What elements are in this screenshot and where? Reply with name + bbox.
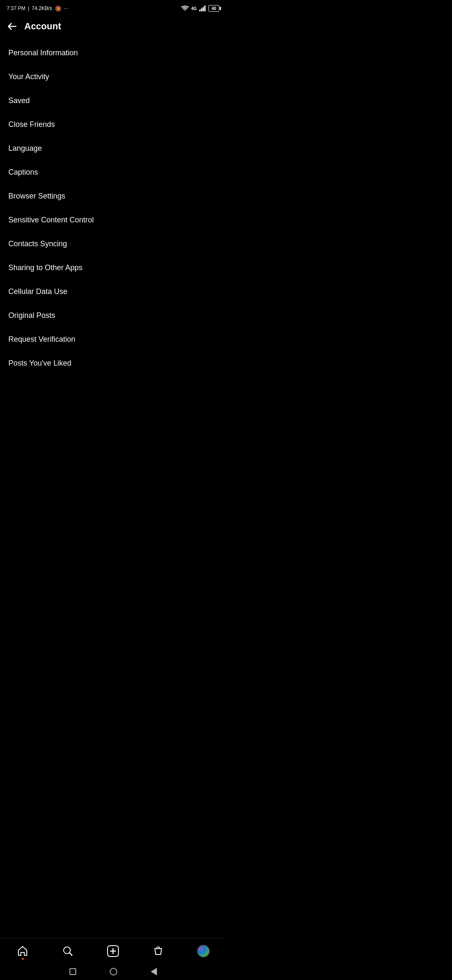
menu-item-browser-settings[interactable]: Browser Settings: [0, 184, 226, 208]
back-arrow-icon: [7, 22, 18, 31]
menu-item-request-verification[interactable]: Request Verification: [0, 328, 226, 351]
svg-rect-3: [203, 7, 204, 11]
signal-icon: [199, 5, 206, 11]
page-title: Account: [24, 21, 61, 32]
svg-point-0: [185, 10, 185, 11]
svg-rect-1: [199, 10, 200, 11]
svg-rect-2: [201, 8, 202, 11]
menu-item-captions[interactable]: Captions: [0, 160, 226, 184]
menu-item-original-posts[interactable]: Original Posts: [0, 304, 226, 328]
status-bar: 7:37 PM | 74.2KB/s 🔕 ··· 4G 40: [0, 0, 226, 15]
wifi-icon: [181, 5, 189, 11]
menu-item-saved[interactable]: Saved: [0, 89, 226, 113]
menu-item-close-friends[interactable]: Close Friends: [0, 113, 226, 137]
menu-item-cellular-data-use[interactable]: Cellular Data Use: [0, 280, 226, 304]
menu-list: Personal InformationYour ActivitySavedCl…: [0, 38, 226, 379]
status-time: 7:37 PM: [7, 5, 26, 11]
header: Account: [0, 15, 226, 38]
battery-indicator: 40: [208, 5, 219, 12]
menu-item-language[interactable]: Language: [0, 137, 226, 160]
status-dots: ···: [64, 5, 68, 11]
menu-item-personal-information[interactable]: Personal Information: [0, 41, 226, 65]
battery-level: 40: [211, 6, 216, 11]
menu-item-sensitive-content-control[interactable]: Sensitive Content Control: [0, 208, 226, 232]
menu-item-sharing-to-other-apps[interactable]: Sharing to Other Apps: [0, 256, 226, 280]
back-button[interactable]: [7, 22, 18, 31]
svg-rect-4: [204, 5, 205, 11]
network-type: 4G: [191, 6, 197, 11]
menu-item-your-activity[interactable]: Your Activity: [0, 65, 226, 89]
mute-icon: 🔕: [55, 5, 62, 12]
status-speed: 74.2KB/s: [32, 5, 52, 11]
menu-item-contacts-syncing[interactable]: Contacts Syncing: [0, 232, 226, 256]
status-left: 7:37 PM | 74.2KB/s 🔕 ···: [7, 5, 68, 12]
status-separator: |: [28, 5, 29, 11]
menu-item-posts-youve-liked[interactable]: Posts You've Liked: [0, 351, 226, 375]
status-right: 4G 40: [181, 5, 219, 12]
